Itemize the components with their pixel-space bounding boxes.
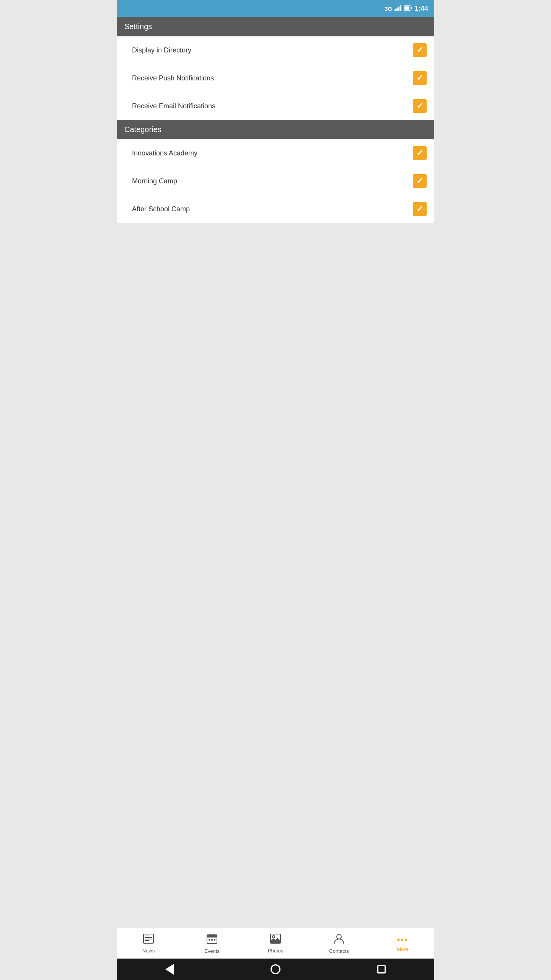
svg-rect-0 [395,9,396,11]
svg-point-21 [337,934,341,939]
display-in-directory-label: Display in Directory [132,46,191,54]
display-in-directory-item[interactable]: Display in Directory [117,36,434,64]
home-button[interactable] [267,961,284,978]
network-icon: 3G [385,5,392,12]
after-school-camp-checkbox[interactable] [413,202,427,216]
settings-section: Settings Display in Directory Receive Pu… [117,17,434,120]
receive-email-notifications-label: Receive Email Notifications [132,102,215,110]
nav-more[interactable]: ••• More [371,928,434,959]
svg-rect-6 [411,7,412,9]
svg-rect-5 [404,6,409,10]
receive-email-notifications-checkbox[interactable] [413,99,427,113]
system-nav-bar [117,959,434,980]
receive-push-notifications-item[interactable]: Receive Push Notifications [117,64,434,92]
after-school-camp-label: After School Camp [132,205,190,213]
news-label: News [142,948,155,954]
svg-rect-10 [145,939,152,939]
morning-camp-checkbox[interactable] [413,174,427,188]
svg-rect-13 [207,935,217,938]
events-label: Events [204,948,220,954]
categories-section: Categories Innovations Academy Morning C… [117,120,434,223]
nav-news[interactable]: News [117,928,180,959]
svg-rect-11 [145,940,149,941]
svg-rect-17 [211,939,213,941]
categories-header: Categories [117,120,434,139]
contacts-icon [334,933,344,947]
status-bar: 3G 1:44 [117,0,434,17]
innovations-academy-label: Innovations Academy [132,149,197,157]
signal-icon [395,5,401,12]
svg-rect-2 [398,7,399,11]
svg-rect-14 [210,934,211,936]
receive-push-notifications-label: Receive Push Notifications [132,74,214,82]
morning-camp-item[interactable]: Morning Camp [117,167,434,195]
status-icons: 3G 1:44 [385,5,428,13]
photos-label: Photos [268,948,283,954]
time-display: 1:44 [414,5,428,13]
contacts-label: Contacts [329,948,349,954]
settings-header: Settings [117,17,434,36]
svg-point-20 [272,936,275,938]
bottom-navigation: News Events Photos [117,928,434,959]
svg-rect-18 [214,939,215,941]
svg-rect-16 [209,939,210,941]
recents-button[interactable] [373,961,390,978]
nav-contacts[interactable]: Contacts [307,928,371,959]
morning-camp-label: Morning Camp [132,177,177,185]
back-button[interactable] [161,961,178,978]
svg-rect-1 [396,8,398,11]
svg-rect-8 [145,936,149,936]
photos-icon [270,934,281,946]
receive-push-notifications-checkbox[interactable] [413,71,427,85]
receive-email-notifications-item[interactable]: Receive Email Notifications [117,92,434,120]
innovations-academy-checkbox[interactable] [413,146,427,160]
news-icon [143,934,154,946]
events-icon [207,933,217,947]
after-school-camp-item[interactable]: After School Camp [117,195,434,223]
svg-rect-9 [145,937,152,938]
display-in-directory-checkbox[interactable] [413,43,427,57]
svg-rect-15 [213,934,214,936]
svg-rect-3 [400,5,401,11]
empty-content-area [117,223,434,928]
nav-events[interactable]: Events [180,928,244,959]
more-icon: ••• [397,935,408,945]
battery-icon [404,5,412,12]
more-label: More [397,946,408,952]
nav-photos[interactable]: Photos [244,928,307,959]
innovations-academy-item[interactable]: Innovations Academy [117,139,434,167]
